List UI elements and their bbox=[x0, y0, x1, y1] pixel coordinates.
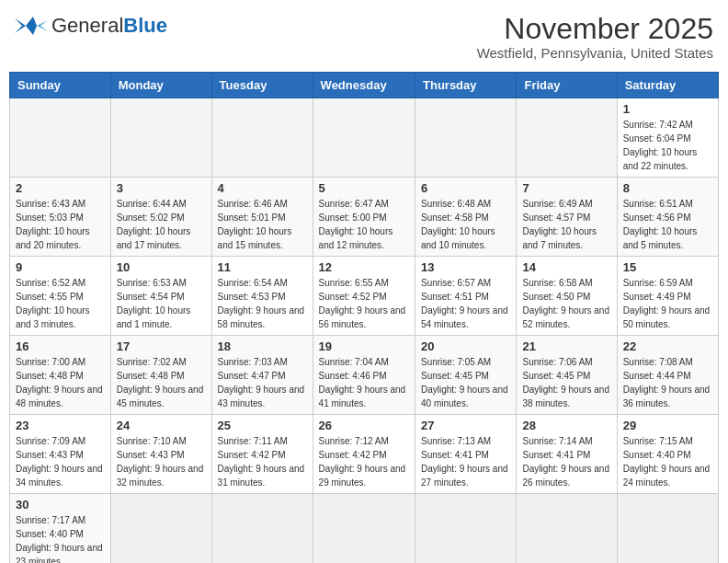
calendar-cell: 14Sunrise: 6:58 AM Sunset: 4:50 PM Dayli… bbox=[517, 257, 617, 336]
day-info: Sunrise: 7:42 AM Sunset: 6:04 PM Dayligh… bbox=[623, 118, 712, 173]
day-info: Sunrise: 6:59 AM Sunset: 4:49 PM Dayligh… bbox=[623, 276, 712, 331]
day-number: 22 bbox=[623, 339, 712, 353]
day-number: 21 bbox=[522, 339, 610, 353]
calendar-cell: 20Sunrise: 7:05 AM Sunset: 4:45 PM Dayli… bbox=[415, 336, 517, 415]
calendar-cell: 19Sunrise: 7:04 AM Sunset: 4:46 PM Dayli… bbox=[313, 336, 415, 415]
day-info: Sunrise: 7:09 AM Sunset: 4:43 PM Dayligh… bbox=[16, 434, 105, 489]
calendar-cell: 16Sunrise: 7:00 AM Sunset: 4:48 PM Dayli… bbox=[10, 336, 111, 415]
calendar-cell: 24Sunrise: 7:10 AM Sunset: 4:43 PM Dayli… bbox=[110, 415, 211, 494]
calendar-cell bbox=[10, 98, 111, 178]
day-number: 29 bbox=[623, 419, 712, 432]
day-info: Sunrise: 7:15 AM Sunset: 4:40 PM Dayligh… bbox=[623, 434, 712, 489]
calendar-cell: 13Sunrise: 6:57 AM Sunset: 4:51 PM Dayli… bbox=[415, 257, 517, 336]
day-number: 13 bbox=[421, 260, 510, 274]
calendar-header-friday: Friday bbox=[517, 73, 617, 98]
calendar-header-tuesday: Tuesday bbox=[211, 73, 313, 98]
calendar-week-row: 23Sunrise: 7:09 AM Sunset: 4:43 PM Dayli… bbox=[10, 415, 719, 494]
svg-marker-2 bbox=[37, 20, 48, 31]
day-info: Sunrise: 6:43 AM Sunset: 5:03 PM Dayligh… bbox=[16, 197, 105, 252]
calendar-week-row: 16Sunrise: 7:00 AM Sunset: 4:48 PM Dayli… bbox=[10, 336, 719, 415]
calendar-cell bbox=[415, 494, 517, 563]
calendar-cell: 27Sunrise: 7:13 AM Sunset: 4:41 PM Dayli… bbox=[415, 415, 517, 494]
calendar-cell bbox=[415, 98, 517, 178]
day-info: Sunrise: 6:49 AM Sunset: 4:57 PM Dayligh… bbox=[522, 197, 610, 252]
calendar-cell: 28Sunrise: 7:14 AM Sunset: 4:41 PM Dayli… bbox=[517, 415, 617, 494]
calendar-cell: 15Sunrise: 6:59 AM Sunset: 4:49 PM Dayli… bbox=[617, 257, 718, 336]
day-number: 19 bbox=[319, 339, 409, 353]
day-info: Sunrise: 7:08 AM Sunset: 4:44 PM Dayligh… bbox=[623, 355, 712, 410]
calendar-cell bbox=[211, 494, 313, 563]
day-info: Sunrise: 7:02 AM Sunset: 4:48 PM Dayligh… bbox=[117, 355, 206, 410]
day-number: 17 bbox=[117, 339, 206, 353]
day-number: 28 bbox=[522, 419, 610, 432]
calendar-cell: 4Sunrise: 6:46 AM Sunset: 5:01 PM Daylig… bbox=[211, 178, 313, 257]
day-number: 7 bbox=[522, 181, 610, 195]
calendar-cell: 3Sunrise: 6:44 AM Sunset: 5:02 PM Daylig… bbox=[110, 178, 211, 257]
calendar-cell: 17Sunrise: 7:02 AM Sunset: 4:48 PM Dayli… bbox=[110, 336, 211, 415]
calendar-header-wednesday: Wednesday bbox=[313, 73, 415, 98]
calendar-week-row: 2Sunrise: 6:43 AM Sunset: 5:03 PM Daylig… bbox=[10, 178, 719, 257]
calendar-cell: 10Sunrise: 6:53 AM Sunset: 4:54 PM Dayli… bbox=[110, 257, 211, 336]
calendar-cell: 11Sunrise: 6:54 AM Sunset: 4:53 PM Dayli… bbox=[211, 257, 313, 336]
calendar-header-saturday: Saturday bbox=[617, 73, 718, 98]
location: Westfield, Pennsylvania, United States bbox=[477, 45, 713, 61]
day-info: Sunrise: 7:13 AM Sunset: 4:41 PM Dayligh… bbox=[421, 434, 510, 489]
day-info: Sunrise: 6:57 AM Sunset: 4:51 PM Dayligh… bbox=[421, 276, 510, 331]
calendar-cell bbox=[617, 494, 718, 563]
day-info: Sunrise: 7:00 AM Sunset: 4:48 PM Dayligh… bbox=[16, 355, 105, 410]
day-info: Sunrise: 7:04 AM Sunset: 4:46 PM Dayligh… bbox=[319, 355, 409, 410]
calendar-cell: 18Sunrise: 7:03 AM Sunset: 4:47 PM Dayli… bbox=[211, 336, 313, 415]
logo-text: GeneralBlue bbox=[51, 16, 167, 36]
calendar-cell: 7Sunrise: 6:49 AM Sunset: 4:57 PM Daylig… bbox=[517, 178, 617, 257]
day-number: 11 bbox=[218, 260, 307, 274]
day-number: 12 bbox=[319, 260, 409, 274]
calendar-header-sunday: Sunday bbox=[10, 73, 111, 98]
day-info: Sunrise: 7:05 AM Sunset: 4:45 PM Dayligh… bbox=[421, 355, 510, 410]
day-number: 30 bbox=[16, 498, 105, 511]
day-info: Sunrise: 7:06 AM Sunset: 4:45 PM Dayligh… bbox=[522, 355, 610, 410]
day-info: Sunrise: 7:11 AM Sunset: 4:42 PM Dayligh… bbox=[218, 434, 307, 489]
title-area: November 2025 Westfield, Pennsylvania, U… bbox=[477, 13, 713, 61]
day-info: Sunrise: 6:46 AM Sunset: 5:01 PM Dayligh… bbox=[218, 197, 307, 252]
day-number: 14 bbox=[522, 260, 610, 274]
day-number: 8 bbox=[623, 181, 712, 195]
calendar-cell: 26Sunrise: 7:12 AM Sunset: 4:42 PM Dayli… bbox=[313, 415, 415, 494]
calendar-cell bbox=[110, 494, 211, 563]
day-number: 24 bbox=[117, 419, 206, 432]
calendar-cell: 25Sunrise: 7:11 AM Sunset: 4:42 PM Dayli… bbox=[211, 415, 313, 494]
calendar-cell: 1Sunrise: 7:42 AM Sunset: 6:04 PM Daylig… bbox=[617, 98, 718, 178]
day-info: Sunrise: 7:12 AM Sunset: 4:42 PM Dayligh… bbox=[319, 434, 409, 489]
day-number: 1 bbox=[623, 102, 712, 116]
day-number: 20 bbox=[421, 339, 510, 353]
calendar-cell bbox=[313, 494, 415, 563]
calendar-cell: 23Sunrise: 7:09 AM Sunset: 4:43 PM Dayli… bbox=[10, 415, 111, 494]
svg-marker-1 bbox=[26, 17, 37, 35]
calendar-cell bbox=[517, 98, 617, 178]
calendar-cell: 9Sunrise: 6:52 AM Sunset: 4:55 PM Daylig… bbox=[10, 257, 111, 336]
day-number: 10 bbox=[117, 260, 206, 274]
calendar-cell bbox=[110, 98, 211, 178]
day-info: Sunrise: 6:55 AM Sunset: 4:52 PM Dayligh… bbox=[319, 276, 409, 331]
day-info: Sunrise: 7:10 AM Sunset: 4:43 PM Dayligh… bbox=[117, 434, 206, 489]
calendar-cell bbox=[313, 98, 415, 178]
day-info: Sunrise: 6:47 AM Sunset: 5:00 PM Dayligh… bbox=[319, 197, 409, 252]
day-number: 6 bbox=[421, 181, 510, 195]
day-number: 2 bbox=[16, 181, 105, 195]
day-info: Sunrise: 6:51 AM Sunset: 4:56 PM Dayligh… bbox=[623, 197, 712, 252]
calendar-cell: 8Sunrise: 6:51 AM Sunset: 4:56 PM Daylig… bbox=[617, 178, 718, 257]
calendar-cell bbox=[211, 98, 313, 178]
calendar: SundayMondayTuesdayWednesdayThursdayFrid… bbox=[9, 72, 719, 563]
day-info: Sunrise: 6:48 AM Sunset: 4:58 PM Dayligh… bbox=[421, 197, 510, 252]
day-info: Sunrise: 6:52 AM Sunset: 4:55 PM Dayligh… bbox=[16, 276, 105, 331]
calendar-week-row: 9Sunrise: 6:52 AM Sunset: 4:55 PM Daylig… bbox=[10, 257, 719, 336]
day-info: Sunrise: 7:14 AM Sunset: 4:41 PM Dayligh… bbox=[522, 434, 610, 489]
day-number: 4 bbox=[218, 181, 307, 195]
day-info: Sunrise: 6:53 AM Sunset: 4:54 PM Dayligh… bbox=[117, 276, 206, 331]
calendar-header-monday: Monday bbox=[110, 73, 211, 98]
calendar-cell: 2Sunrise: 6:43 AM Sunset: 5:03 PM Daylig… bbox=[10, 178, 111, 257]
day-number: 26 bbox=[319, 419, 409, 432]
day-info: Sunrise: 7:03 AM Sunset: 4:47 PM Dayligh… bbox=[218, 355, 307, 410]
calendar-cell bbox=[517, 494, 617, 563]
day-number: 9 bbox=[16, 260, 105, 274]
day-number: 16 bbox=[16, 339, 105, 353]
